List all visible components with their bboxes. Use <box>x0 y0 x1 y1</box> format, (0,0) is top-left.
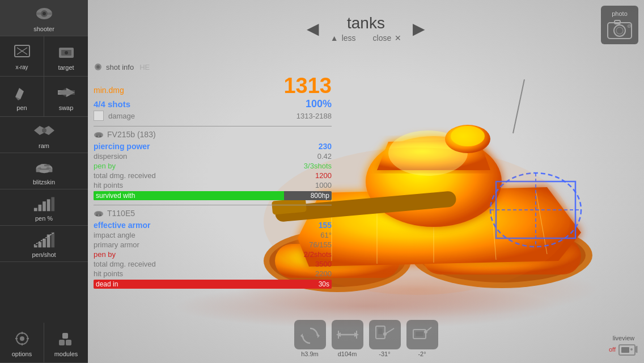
t110e5-name: T110E5 <box>107 209 135 218</box>
sidebar-modules-label: modules <box>54 351 78 357</box>
impact-angle-row: impact angle 61° <box>94 230 332 240</box>
t110-total-dmg-value: 3500 <box>315 260 332 268</box>
divider-1 <box>94 126 332 126</box>
nav-less-button[interactable]: ▲ less <box>331 33 356 43</box>
impact-angle-value: 61° <box>320 231 332 239</box>
sidebar-item-pen-shot[interactable]: pen/shot <box>0 226 88 262</box>
piercing-power-row: piercing power 230 <box>94 141 332 151</box>
svg-point-10 <box>65 51 68 54</box>
t110-dead-fill <box>94 280 332 289</box>
angle1-button[interactable]: -31° <box>369 320 401 357</box>
t110-hit-points-label: hit points <box>94 269 123 278</box>
effective-armor-value: 155 <box>319 221 332 230</box>
t110-hit-points-row: hit points 2200 <box>94 269 332 278</box>
sidebar-pen-pct-label: pen % <box>35 215 53 222</box>
svg-point-46 <box>418 228 586 282</box>
sidebar-item-pen-pct[interactable]: pen % <box>0 189 88 226</box>
t110-dead-value: 30s <box>319 280 329 289</box>
shot-info-title: shot info <box>106 63 134 71</box>
photo-label: photo <box>612 10 628 17</box>
sidebar-item-options[interactable]: options <box>0 323 44 362</box>
angle2-label: -2° <box>418 351 426 357</box>
fv215b-section: FV215b (183) piercing power 230 dispersi… <box>94 130 332 200</box>
shots-label: 4/4 shots <box>94 99 130 109</box>
nav-close-button[interactable]: close ✕ <box>373 33 402 43</box>
sidebar: shooter x-ray target <box>0 0 88 363</box>
svg-point-59 <box>445 125 490 153</box>
svg-rect-64 <box>496 182 575 238</box>
rotate-label: h3.9m <box>301 351 319 357</box>
angle2-button[interactable]: -2° <box>406 320 438 357</box>
svg-point-67 <box>614 25 625 36</box>
t110-pen-by-row: pen by 2/2shots <box>94 250 332 259</box>
sidebar-row-pen-swap: pen swap <box>0 77 88 117</box>
svg-rect-92 <box>416 332 423 336</box>
svg-rect-21 <box>44 164 50 166</box>
shots-pct: 100% <box>306 98 332 110</box>
svg-rect-41 <box>62 333 68 339</box>
t110-total-dmg-row: total dmg. received 3500 <box>94 259 332 269</box>
shots-row: 4/4 shots 100% <box>94 98 332 110</box>
fv-survived-label: survived with <box>96 191 135 200</box>
sidebar-item-xray[interactable]: x-ray <box>0 36 44 76</box>
nav-sub: ▲ less close ✕ <box>331 33 401 43</box>
svg-rect-29 <box>43 239 46 247</box>
main-area: ◀ tanks ▲ less close ✕ ▶ photo @ <box>88 0 644 363</box>
nav-next-button[interactable]: ▶ <box>413 19 425 38</box>
svg-point-96 <box>630 348 633 351</box>
pen-shot-icon <box>33 229 56 250</box>
close-icon: ✕ <box>395 33 401 43</box>
svg-rect-19 <box>49 168 52 172</box>
sidebar-row-target: x-ray target <box>0 36 88 77</box>
liveview-button[interactable]: liveview off <box>609 335 638 357</box>
sidebar-item-target[interactable]: target <box>44 36 88 76</box>
svg-rect-95 <box>621 347 629 353</box>
nav-close-label: close <box>373 33 392 43</box>
dispersion-value: 0.42 <box>317 152 332 161</box>
damage-row: damage 1313-2188 <box>94 110 332 121</box>
svg-point-55 <box>388 130 468 176</box>
nav-less-label: less <box>342 33 356 43</box>
distance-button[interactable]: d104m <box>332 320 363 357</box>
sidebar-item-shooter[interactable]: shooter <box>0 0 88 36</box>
svg-rect-89 <box>378 328 383 334</box>
svg-point-44 <box>411 222 592 288</box>
svg-point-34 <box>20 336 24 341</box>
camera-icon: @ <box>607 18 633 40</box>
damage-range: 1313-2188 <box>296 112 332 120</box>
sidebar-item-ram[interactable]: ram <box>0 117 88 153</box>
fv215b-name: FV215b (183) <box>107 130 156 139</box>
dispersion-label: dispersion <box>94 152 127 161</box>
sidebar-item-modules[interactable]: modules <box>44 323 88 362</box>
t110-pen-by-label: pen by <box>94 250 116 259</box>
shot-info-header: shot info HE <box>94 62 332 71</box>
t110-total-dmg-label: total dmg. received <box>94 260 156 268</box>
dispersion-row: dispersion 0.42 <box>94 151 332 161</box>
svg-rect-3 <box>36 12 41 15</box>
svg-point-2 <box>43 12 46 15</box>
primary-armor-row: primary armor 76/155 <box>94 240 332 250</box>
sidebar-item-swap[interactable]: swap <box>44 77 88 116</box>
damage-box-icon <box>94 111 104 121</box>
sidebar-item-pen[interactable]: pen <box>0 77 44 116</box>
photo-button[interactable]: photo @ <box>601 6 638 44</box>
fv-total-dmg-row: total dmg. received 1200 <box>94 171 332 180</box>
shot-icon <box>94 62 103 71</box>
sidebar-blitzskin-label: blitzskin <box>33 179 55 185</box>
nav-prev-button[interactable]: ◀ <box>307 19 319 38</box>
sidebar-ram-label: ram <box>39 142 49 149</box>
sidebar-target-label: target <box>58 64 74 71</box>
angle1-label: -31° <box>379 351 390 357</box>
less-chevron-icon: ▲ <box>331 33 338 43</box>
sidebar-swap-label: swap <box>59 104 74 111</box>
sidebar-shooter-label: shooter <box>33 26 54 32</box>
sidebar-item-blitzskin[interactable]: blitzskin <box>0 153 88 189</box>
svg-rect-24 <box>43 201 46 211</box>
fv215b-header: FV215b (183) <box>94 130 332 139</box>
liveview-icon <box>618 341 638 357</box>
svg-rect-31 <box>51 233 54 248</box>
modules-icon <box>55 328 78 349</box>
t110-dead-label: dead in <box>96 280 118 289</box>
rotate-button[interactable]: h3.9m <box>294 320 326 357</box>
bottom-controls: h3.9m d104m <box>294 320 438 357</box>
